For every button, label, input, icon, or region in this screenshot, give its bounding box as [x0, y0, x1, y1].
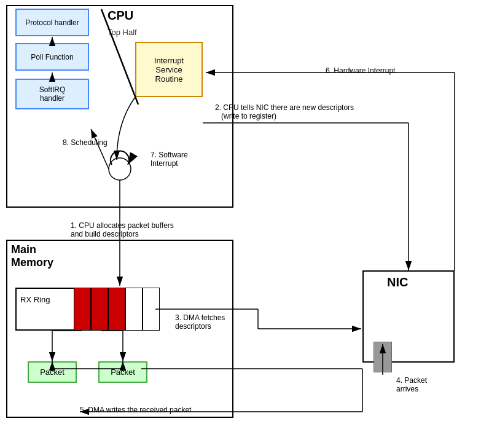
poll-function-box: Poll Function	[15, 43, 89, 71]
softirq-label: SoftIRQhandler	[39, 85, 66, 103]
rx-cell-2	[91, 288, 108, 331]
softirq-box: SoftIRQhandler	[15, 79, 89, 109]
protocol-handler-box: Protocol handler	[15, 9, 89, 36]
rx-ring-label: RX Ring	[20, 295, 50, 304]
packet-box-1: Packet	[28, 361, 77, 383]
isr-box: InterruptServiceRoutine	[135, 42, 203, 97]
packet-arrives-rect	[374, 342, 392, 372]
rx-cell-4	[125, 288, 143, 331]
step2-label: 2. CPU tells NIC there are new descripto…	[215, 103, 375, 120]
protocol-handler-label: Protocol handler	[25, 18, 79, 27]
packet-label-1: Packet	[40, 367, 65, 377]
step3-label: 3. DMA fetchesdescriptors	[175, 313, 261, 331]
packet-box-2: Packet	[98, 361, 147, 383]
packet-label-2: Packet	[111, 367, 135, 377]
rx-cell-1	[74, 288, 91, 331]
top-half-label: Top Half	[108, 28, 137, 37]
diagram: CPU Top Half InterruptServiceRoutine Pro…	[0, 0, 489, 448]
rx-cell-3	[108, 288, 125, 331]
step4-label: 4. Packetarrives	[396, 376, 427, 393]
rx-ring-cells	[74, 288, 160, 331]
step7-label: 7. SoftwareInterrupt	[151, 151, 188, 168]
nic-title: NIC	[387, 275, 408, 289]
step1-label: 1. CPU allocates packet buffersand build…	[71, 221, 194, 238]
cpu-title: CPU	[108, 9, 133, 23]
rx-cell-5	[143, 288, 160, 331]
poll-function-label: Poll Function	[31, 53, 73, 61]
step6-label: 6. Hardware Interrupt	[326, 66, 395, 75]
step8-label: 8. Scheduling	[63, 138, 108, 147]
isr-label: InterruptServiceRoutine	[154, 56, 184, 84]
step5-label: 5. DMA writes the received packet	[80, 406, 191, 414]
memory-title: MainMemory	[11, 243, 53, 269]
